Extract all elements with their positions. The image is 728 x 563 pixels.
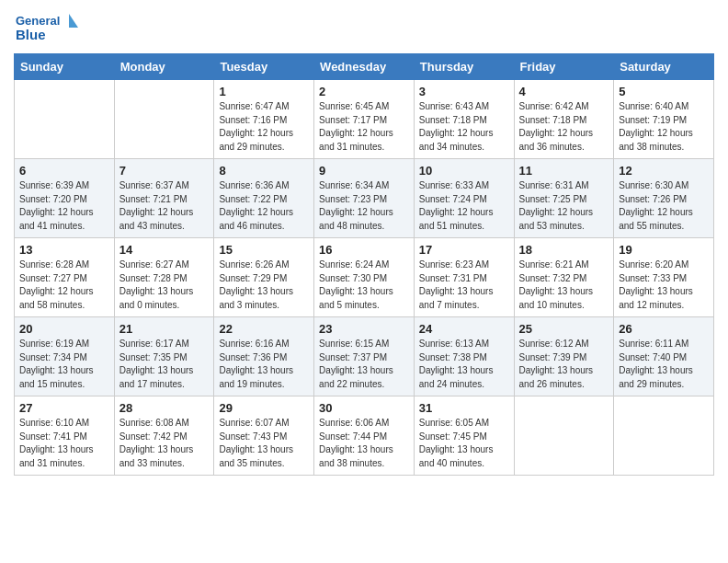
calendar-cell: 27Sunrise: 6:10 AM Sunset: 7:41 PM Dayli… bbox=[15, 396, 115, 476]
cell-content: Sunrise: 6:47 AM Sunset: 7:16 PM Dayligh… bbox=[219, 100, 309, 154]
cell-content: Sunrise: 6:37 AM Sunset: 7:21 PM Dayligh… bbox=[119, 179, 210, 233]
day-number: 10 bbox=[419, 164, 509, 178]
calendar-cell: 3Sunrise: 6:43 AM Sunset: 7:18 PM Daylig… bbox=[414, 80, 514, 159]
calendar-cell: 19Sunrise: 6:20 AM Sunset: 7:33 PM Dayli… bbox=[614, 238, 714, 317]
calendar-cell bbox=[15, 80, 115, 159]
calendar-cell: 21Sunrise: 6:17 AM Sunset: 7:35 PM Dayli… bbox=[114, 317, 214, 396]
calendar-cell: 4Sunrise: 6:42 AM Sunset: 7:18 PM Daylig… bbox=[514, 80, 614, 159]
cell-content: Sunrise: 6:05 AM Sunset: 7:45 PM Dayligh… bbox=[419, 417, 509, 470]
calendar-cell: 11Sunrise: 6:31 AM Sunset: 7:25 PM Dayli… bbox=[514, 159, 614, 238]
calendar-cell bbox=[114, 80, 214, 159]
day-number: 26 bbox=[619, 322, 709, 336]
calendar-cell: 8Sunrise: 6:36 AM Sunset: 7:22 PM Daylig… bbox=[214, 159, 314, 238]
calendar-cell: 24Sunrise: 6:13 AM Sunset: 7:38 PM Dayli… bbox=[414, 317, 514, 396]
calendar-cell: 17Sunrise: 6:23 AM Sunset: 7:31 PM Dayli… bbox=[414, 238, 514, 317]
day-number: 27 bbox=[19, 401, 109, 415]
day-number: 6 bbox=[19, 164, 109, 178]
cell-content: Sunrise: 6:34 AM Sunset: 7:23 PM Dayligh… bbox=[319, 179, 409, 233]
column-header-tuesday: Tuesday bbox=[214, 54, 314, 80]
cell-content: Sunrise: 6:45 AM Sunset: 7:17 PM Dayligh… bbox=[319, 100, 409, 154]
svg-text:Blue: Blue bbox=[16, 27, 46, 42]
day-number: 3 bbox=[419, 85, 509, 98]
day-number: 17 bbox=[419, 243, 509, 257]
cell-content: Sunrise: 6:19 AM Sunset: 7:34 PM Dayligh… bbox=[19, 338, 109, 391]
cell-content: Sunrise: 6:24 AM Sunset: 7:30 PM Dayligh… bbox=[319, 259, 409, 312]
svg-text:General: General bbox=[16, 14, 60, 28]
cell-content: Sunrise: 6:23 AM Sunset: 7:31 PM Dayligh… bbox=[419, 259, 509, 312]
cell-content: Sunrise: 6:27 AM Sunset: 7:28 PM Dayligh… bbox=[119, 259, 210, 312]
cell-content: Sunrise: 6:16 AM Sunset: 7:36 PM Dayligh… bbox=[219, 338, 309, 391]
day-number: 23 bbox=[319, 322, 409, 336]
day-number: 25 bbox=[519, 322, 609, 336]
day-number: 14 bbox=[119, 243, 210, 257]
calendar-cell: 7Sunrise: 6:37 AM Sunset: 7:21 PM Daylig… bbox=[114, 159, 214, 238]
cell-content: Sunrise: 6:39 AM Sunset: 7:20 PM Dayligh… bbox=[19, 179, 109, 233]
calendar-cell bbox=[514, 396, 614, 476]
cell-content: Sunrise: 6:11 AM Sunset: 7:40 PM Dayligh… bbox=[619, 338, 709, 391]
calendar-week-4: 20Sunrise: 6:19 AM Sunset: 7:34 PM Dayli… bbox=[15, 317, 714, 396]
day-number: 15 bbox=[219, 243, 309, 257]
calendar-cell: 29Sunrise: 6:07 AM Sunset: 7:43 PM Dayli… bbox=[214, 396, 314, 476]
logo-svg: General Blue bbox=[14, 9, 78, 46]
column-header-wednesday: Wednesday bbox=[314, 54, 415, 80]
page-header: General Blue bbox=[14, 9, 714, 46]
calendar-week-5: 27Sunrise: 6:10 AM Sunset: 7:41 PM Dayli… bbox=[15, 396, 714, 476]
calendar-cell: 9Sunrise: 6:34 AM Sunset: 7:23 PM Daylig… bbox=[314, 159, 415, 238]
day-number: 21 bbox=[119, 322, 210, 336]
cell-content: Sunrise: 6:43 AM Sunset: 7:18 PM Dayligh… bbox=[419, 100, 509, 154]
day-number: 16 bbox=[319, 243, 409, 257]
cell-content: Sunrise: 6:36 AM Sunset: 7:22 PM Dayligh… bbox=[219, 179, 309, 233]
day-number: 19 bbox=[619, 243, 709, 257]
day-number: 11 bbox=[519, 164, 609, 178]
cell-content: Sunrise: 6:33 AM Sunset: 7:24 PM Dayligh… bbox=[419, 179, 509, 233]
column-header-sunday: Sunday bbox=[15, 54, 115, 80]
cell-content: Sunrise: 6:15 AM Sunset: 7:37 PM Dayligh… bbox=[319, 338, 409, 391]
column-header-saturday: Saturday bbox=[614, 54, 714, 80]
cell-content: Sunrise: 6:31 AM Sunset: 7:25 PM Dayligh… bbox=[519, 179, 609, 233]
day-number: 30 bbox=[319, 401, 409, 415]
cell-content: Sunrise: 6:20 AM Sunset: 7:33 PM Dayligh… bbox=[619, 259, 709, 312]
calendar-cell: 26Sunrise: 6:11 AM Sunset: 7:40 PM Dayli… bbox=[614, 317, 714, 396]
cell-content: Sunrise: 6:12 AM Sunset: 7:39 PM Dayligh… bbox=[519, 338, 609, 391]
calendar-cell: 20Sunrise: 6:19 AM Sunset: 7:34 PM Dayli… bbox=[15, 317, 115, 396]
column-header-friday: Friday bbox=[514, 54, 614, 80]
cell-content: Sunrise: 6:40 AM Sunset: 7:19 PM Dayligh… bbox=[619, 100, 709, 154]
cell-content: Sunrise: 6:08 AM Sunset: 7:42 PM Dayligh… bbox=[119, 417, 210, 470]
calendar-cell: 5Sunrise: 6:40 AM Sunset: 7:19 PM Daylig… bbox=[614, 80, 714, 159]
day-number: 4 bbox=[519, 85, 609, 98]
day-number: 20 bbox=[19, 322, 109, 336]
calendar-cell: 15Sunrise: 6:26 AM Sunset: 7:29 PM Dayli… bbox=[214, 238, 314, 317]
column-header-thursday: Thursday bbox=[414, 54, 514, 80]
day-number: 31 bbox=[419, 401, 509, 415]
cell-content: Sunrise: 6:13 AM Sunset: 7:38 PM Dayligh… bbox=[419, 338, 509, 391]
calendar-cell: 31Sunrise: 6:05 AM Sunset: 7:45 PM Dayli… bbox=[414, 396, 514, 476]
calendar-cell: 16Sunrise: 6:24 AM Sunset: 7:30 PM Dayli… bbox=[314, 238, 415, 317]
day-number: 18 bbox=[519, 243, 609, 257]
cell-content: Sunrise: 6:21 AM Sunset: 7:32 PM Dayligh… bbox=[519, 259, 609, 312]
cell-content: Sunrise: 6:06 AM Sunset: 7:44 PM Dayligh… bbox=[319, 417, 409, 470]
calendar-week-2: 6Sunrise: 6:39 AM Sunset: 7:20 PM Daylig… bbox=[15, 159, 714, 238]
cell-content: Sunrise: 6:17 AM Sunset: 7:35 PM Dayligh… bbox=[119, 338, 210, 391]
day-number: 2 bbox=[319, 85, 409, 98]
calendar-cell: 28Sunrise: 6:08 AM Sunset: 7:42 PM Dayli… bbox=[114, 396, 214, 476]
calendar-cell: 30Sunrise: 6:06 AM Sunset: 7:44 PM Dayli… bbox=[314, 396, 415, 476]
cell-content: Sunrise: 6:07 AM Sunset: 7:43 PM Dayligh… bbox=[219, 417, 309, 470]
day-number: 8 bbox=[219, 164, 309, 178]
day-number: 29 bbox=[219, 401, 309, 415]
calendar-cell: 6Sunrise: 6:39 AM Sunset: 7:20 PM Daylig… bbox=[15, 159, 115, 238]
calendar-cell: 12Sunrise: 6:30 AM Sunset: 7:26 PM Dayli… bbox=[614, 159, 714, 238]
day-number: 12 bbox=[619, 164, 709, 178]
cell-content: Sunrise: 6:28 AM Sunset: 7:27 PM Dayligh… bbox=[19, 259, 109, 312]
day-number: 9 bbox=[319, 164, 409, 178]
calendar-cell: 18Sunrise: 6:21 AM Sunset: 7:32 PM Dayli… bbox=[514, 238, 614, 317]
cell-content: Sunrise: 6:10 AM Sunset: 7:41 PM Dayligh… bbox=[19, 417, 109, 470]
calendar-week-3: 13Sunrise: 6:28 AM Sunset: 7:27 PM Dayli… bbox=[15, 238, 714, 317]
day-number: 5 bbox=[619, 85, 709, 98]
day-number: 13 bbox=[19, 243, 109, 257]
calendar-cell: 23Sunrise: 6:15 AM Sunset: 7:37 PM Dayli… bbox=[314, 317, 415, 396]
day-number: 22 bbox=[219, 322, 309, 336]
calendar-cell: 22Sunrise: 6:16 AM Sunset: 7:36 PM Dayli… bbox=[214, 317, 314, 396]
calendar-cell: 13Sunrise: 6:28 AM Sunset: 7:27 PM Dayli… bbox=[15, 238, 115, 317]
calendar-cell: 2Sunrise: 6:45 AM Sunset: 7:17 PM Daylig… bbox=[314, 80, 415, 159]
calendar-week-1: 1Sunrise: 6:47 AM Sunset: 7:16 PM Daylig… bbox=[15, 80, 714, 159]
